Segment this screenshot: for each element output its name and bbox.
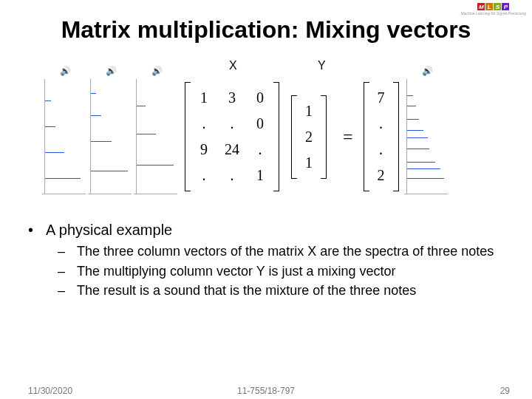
result-spectrum: 🔊 <box>406 79 448 194</box>
figure-row: 🔊 🔊 🔊 1 3 0 . . 0 9 24 . . <box>44 74 488 200</box>
logo-subtext: Machine Learning for Signal Processing <box>461 11 526 16</box>
vector-cell: 7 <box>371 89 392 106</box>
vector-y: 1 2 1 <box>291 94 327 180</box>
logo: M L S P Machine Learning for Signal Proc… <box>461 3 526 16</box>
slide-title: Matrix multiplication: Mixing vectors <box>0 16 532 44</box>
sub-bullet-text: The result is a sound that is the mixtur… <box>77 282 416 299</box>
matrix-cell: 9 <box>192 141 216 158</box>
bullet-text: A physical example <box>46 222 172 239</box>
matrix-x: 1 3 0 . . 0 9 24 . . . 1 <box>185 81 279 193</box>
vector-cell: . <box>371 141 392 158</box>
spectrum-1: 🔊 <box>44 79 86 194</box>
spectra-group: 🔊 🔊 🔊 <box>44 79 177 194</box>
matrix-cell: 0 <box>248 115 272 132</box>
sub-bullet-text: The three column vectors of the matrix X… <box>77 243 494 260</box>
spectrum-3: 🔊 <box>136 79 177 194</box>
spectrum-2: 🔊 <box>90 79 132 194</box>
matrix-cell: . <box>192 167 216 184</box>
label-y: Y <box>318 59 326 72</box>
matrix-cell: 3 <box>220 89 244 106</box>
logo-letter: L <box>485 3 493 10</box>
footer-page: 29 <box>500 386 510 396</box>
vector-cell: 1 <box>299 103 319 120</box>
dash: – <box>58 243 69 260</box>
sub-bullet-text: The multiplying column vector Y is just … <box>77 263 396 280</box>
result-vector: 7 . . 2 <box>364 81 399 193</box>
footer-date: 11/30/2020 <box>28 386 72 396</box>
bullet-dot: • <box>28 222 38 239</box>
footer-course: 11-755/18-797 <box>237 386 295 396</box>
matrix-cell: 1 <box>248 167 272 184</box>
matrix-cell: . <box>220 115 244 132</box>
dash: – <box>58 282 69 299</box>
matrix-cell: . <box>220 167 244 184</box>
equals-sign: = <box>343 127 353 147</box>
logo-letter: P <box>502 3 509 10</box>
matrix-cell: . <box>248 141 272 158</box>
vector-cell: 1 <box>299 154 319 171</box>
vector-cell: . <box>371 115 392 132</box>
logo-letter: S <box>494 3 501 10</box>
speaker-icon: 🔊 <box>151 66 163 76</box>
matrix-cell: . <box>192 115 216 132</box>
speaker-icon: 🔊 <box>60 66 71 76</box>
matrix-cell: 0 <box>248 89 272 106</box>
vector-cell: 2 <box>299 129 319 146</box>
body-text: • A physical example – The three column … <box>28 222 501 302</box>
speaker-icon: 🔊 <box>422 66 433 76</box>
logo-letter: M <box>477 3 485 10</box>
label-x: X <box>229 59 237 72</box>
matrix-cell: 1 <box>192 89 216 106</box>
speaker-icon: 🔊 <box>106 66 117 76</box>
matrix-cell: 24 <box>220 141 244 158</box>
vector-cell: 2 <box>371 167 392 184</box>
dash: – <box>58 263 69 280</box>
